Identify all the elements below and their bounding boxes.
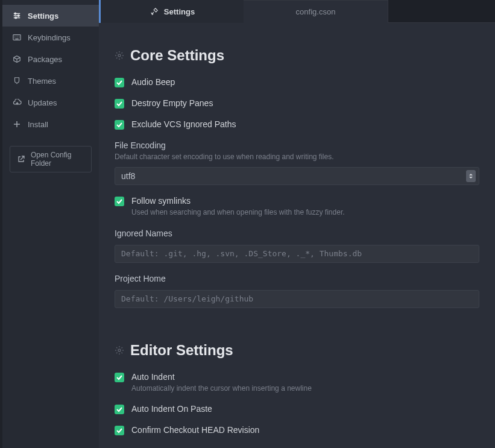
file-encoding-value: utf8 (121, 171, 135, 181)
auto-indent-on-paste-checkbox[interactable] (115, 405, 124, 414)
auto-indent-control: Auto Indent Automatically indent the cur… (115, 372, 479, 394)
project-home-label: Project Home (115, 274, 479, 283)
file-encoding-select[interactable]: utf8 (115, 167, 479, 185)
sidebar-item-label: Keybindings (28, 33, 71, 42)
project-home-input[interactable] (115, 290, 479, 308)
ignored-names-input[interactable] (115, 245, 479, 263)
audio-beep-control: Audio Beep (115, 77, 479, 87)
destroy-empty-panes-control: Destroy Empty Panes (115, 98, 479, 109)
link-external-icon (16, 154, 26, 164)
content[interactable]: Core Settings Audio Beep (99, 23, 495, 448)
package-icon (12, 54, 22, 64)
sidebar-item-themes[interactable]: Themes (2, 70, 99, 92)
file-encoding-help: Default character set encoding to use wh… (115, 152, 479, 162)
sidebar-item-label: Settings (28, 11, 58, 21)
sidebar-item-updates[interactable]: Updates (2, 92, 99, 113)
svg-point-0 (14, 13, 16, 14)
open-config-wrap: Open Config Folder (2, 140, 99, 178)
gear-icon (115, 345, 124, 355)
tools-icon (150, 7, 159, 16)
sidebar-item-keybindings[interactable]: Keybindings (2, 27, 99, 48)
svg-point-4 (118, 54, 121, 57)
auto-indent-on-paste-control: Auto Indent On Paste (115, 404, 479, 414)
tab-spacer (388, 0, 495, 23)
tab-bar: Settings config.cson (99, 0, 495, 23)
sidebar-item-label: Themes (28, 77, 56, 86)
ignored-names-label: Ignored Names (115, 229, 479, 238)
audio-beep-checkbox[interactable] (115, 78, 124, 87)
select-caret-icon (466, 170, 476, 182)
follow-symlinks-checkbox[interactable] (115, 197, 124, 206)
section-header: Editor Settings (115, 342, 479, 359)
core-settings-section: Core Settings Audio Beep (115, 47, 479, 308)
svg-point-5 (118, 349, 121, 352)
auto-indent-checkbox[interactable] (115, 373, 124, 382)
sliders-icon (12, 11, 22, 21)
follow-symlinks-control: Follow symlinks Used when searching and … (115, 196, 479, 218)
auto-indent-label[interactable]: Auto Indent (131, 372, 312, 382)
editor-settings-section: Editor Settings Auto Indent Automaticall… (115, 342, 479, 436)
sidebar-item-packages[interactable]: Packages (2, 48, 99, 70)
open-config-label: Open Config Folder (31, 151, 85, 168)
svg-point-2 (15, 17, 17, 19)
ignored-names-control: Ignored Names (115, 229, 479, 263)
keyboard-icon (12, 33, 22, 42)
section-header: Core Settings (115, 47, 479, 64)
sidebar-item-settings[interactable]: Settings (2, 5, 99, 27)
gear-icon (115, 51, 124, 60)
confirm-checkout-control: Confirm Checkout HEAD Revision (115, 425, 479, 435)
sidebar-item-label: Packages (28, 55, 62, 64)
exclude-vcs-checkbox[interactable] (115, 120, 124, 130)
section-title: Editor Settings (130, 342, 233, 359)
sidebar-item-label: Updates (28, 98, 57, 107)
destroy-empty-panes-checkbox[interactable] (115, 99, 124, 109)
section-title: Core Settings (130, 47, 224, 64)
auto-indent-on-paste-label[interactable]: Auto Indent On Paste (131, 404, 212, 414)
audio-beep-label[interactable]: Audio Beep (131, 77, 175, 87)
confirm-checkout-label[interactable]: Confirm Checkout HEAD Revision (131, 425, 259, 435)
cloud-download-icon (12, 98, 22, 107)
sidebar-item-install[interactable]: Install (2, 113, 99, 135)
sidebar: Settings Keybindings Packages Themes Upd (2, 0, 99, 448)
destroy-empty-panes-label[interactable]: Destroy Empty Panes (131, 98, 213, 108)
auto-indent-help: Automatically indent the cursor when ins… (131, 383, 312, 394)
paintcan-icon (12, 76, 22, 86)
tab-label: config.cson (296, 7, 336, 16)
file-encoding-label: File Encoding (115, 140, 479, 150)
project-home-control: Project Home (115, 274, 479, 308)
sidebar-list: Settings Keybindings Packages Themes Upd (2, 0, 99, 140)
plus-icon (12, 119, 22, 129)
follow-symlinks-label[interactable]: Follow symlinks (131, 196, 345, 206)
exclude-vcs-label[interactable]: Exclude VCS Ignored Paths (131, 119, 236, 129)
open-config-folder-button[interactable]: Open Config Folder (10, 146, 92, 172)
tab-config[interactable]: config.cson (244, 0, 388, 23)
tab-label: Settings (164, 7, 195, 16)
file-encoding-control: File Encoding Default character set enco… (115, 140, 479, 185)
main: Settings config.cson Core Settings (99, 0, 495, 448)
svg-point-1 (17, 15, 19, 17)
tab-settings[interactable]: Settings (99, 0, 244, 23)
sidebar-item-label: Install (28, 120, 48, 129)
exclude-vcs-control: Exclude VCS Ignored Paths (115, 119, 479, 130)
confirm-checkout-checkbox[interactable] (115, 426, 124, 435)
follow-symlinks-help: Used when searching and when opening fil… (131, 207, 345, 218)
